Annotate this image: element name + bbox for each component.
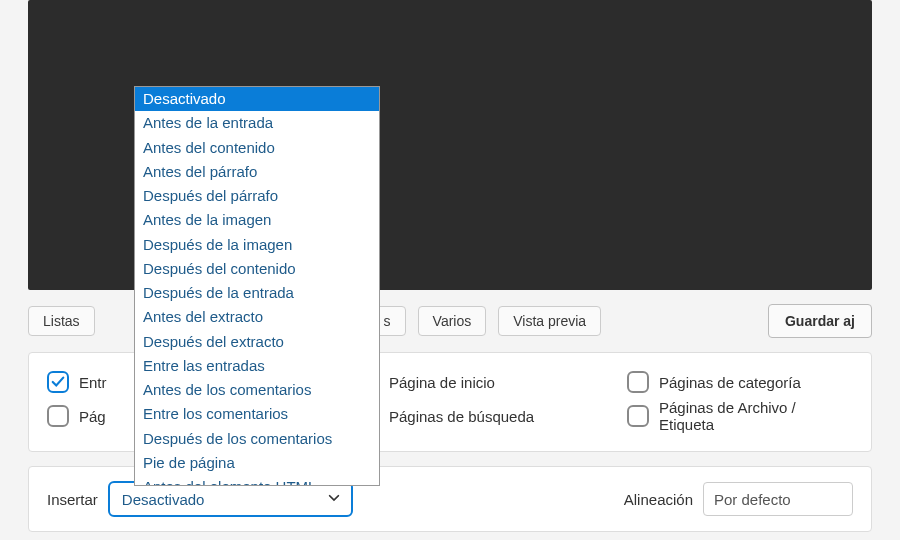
alignment-select[interactable]: Por defecto <box>703 482 853 516</box>
checkbox-home-label: Página de inicio <box>389 374 495 391</box>
checkbox-entradas-label: Entr <box>79 374 107 391</box>
insert-option[interactable]: Después de la imagen <box>135 233 379 257</box>
tab-vista-previa[interactable]: Vista previa <box>498 306 601 336</box>
checkbox-search-label: Páginas de búsqueda <box>389 408 534 425</box>
insert-option[interactable]: Entre los comentarios <box>135 402 379 426</box>
insert-position-select[interactable]: Desactivado <box>108 481 353 517</box>
alignment-selected-value: Por defecto <box>714 491 791 508</box>
insert-label: Insertar <box>47 491 98 508</box>
checkbox-archive-label: Páginas de Archivo / Etiqueta <box>659 399 853 433</box>
tab-listas[interactable]: Listas <box>28 306 95 336</box>
insert-option[interactable]: Pie de página <box>135 451 379 475</box>
save-button[interactable]: Guardar aj <box>768 304 872 338</box>
insert-option[interactable]: Después del contenido <box>135 257 379 281</box>
checkbox-entradas[interactable] <box>47 371 69 393</box>
insert-option[interactable]: Entre las entradas <box>135 354 379 378</box>
checkbox-paginas-label: Pág <box>79 408 106 425</box>
insert-option[interactable]: Después del párrafo <box>135 184 379 208</box>
insert-option[interactable]: Antes del extracto <box>135 305 379 329</box>
chevron-down-icon <box>327 491 341 508</box>
insert-option[interactable]: Después del extracto <box>135 330 379 354</box>
insert-option[interactable]: Antes de la entrada <box>135 111 379 135</box>
insert-option[interactable]: Antes del contenido <box>135 136 379 160</box>
check-icon <box>51 375 65 389</box>
alignment-label: Alineación <box>624 491 693 508</box>
insert-option[interactable]: Antes del párrafo <box>135 160 379 184</box>
insert-option[interactable]: Después de la entrada <box>135 281 379 305</box>
checkbox-category-label: Páginas de categoría <box>659 374 801 391</box>
tab-varios[interactable]: Varios <box>418 306 487 336</box>
insert-option[interactable]: Antes de los comentarios <box>135 378 379 402</box>
insert-selected-value: Desactivado <box>122 491 205 508</box>
insert-position-listbox[interactable]: DesactivadoAntes de la entradaAntes del … <box>134 86 380 486</box>
insert-option[interactable]: Antes del elemento HTML <box>135 475 379 486</box>
checkbox-archive[interactable] <box>627 405 649 427</box>
insert-option[interactable]: Después de los comentarios <box>135 427 379 451</box>
insert-option[interactable]: Desactivado <box>135 87 379 111</box>
checkbox-category[interactable] <box>627 371 649 393</box>
insert-option[interactable]: Antes de la imagen <box>135 208 379 232</box>
checkbox-paginas[interactable] <box>47 405 69 427</box>
